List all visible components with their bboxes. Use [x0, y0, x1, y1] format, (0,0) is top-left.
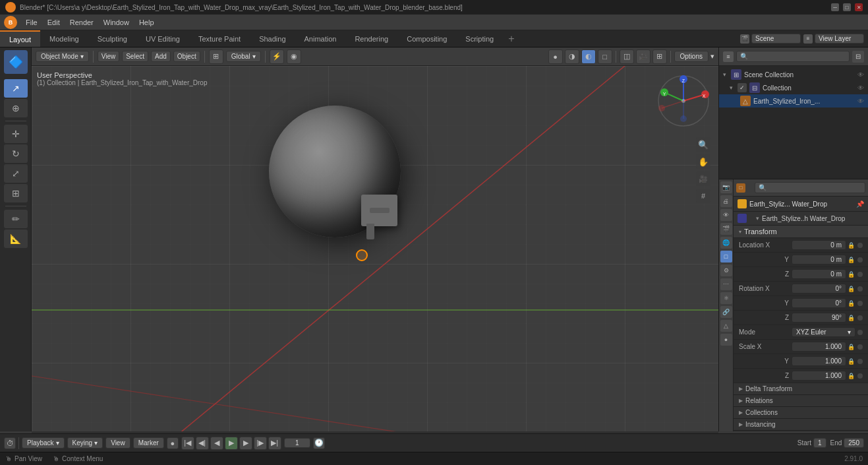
minimize-button[interactable]: ─ [831, 3, 839, 11]
viewport-pan-icon[interactable]: ✋ [696, 154, 710, 169]
snap-toggle[interactable]: ⚡ [270, 49, 284, 64]
view-menu[interactable]: View [98, 51, 120, 62]
scene-input[interactable] [751, 34, 801, 44]
location-x-dot[interactable] [857, 243, 863, 248]
select-menu[interactable]: Select [122, 51, 148, 62]
location-y-value[interactable]: 0 m [792, 255, 846, 264]
numpad-view[interactable]: ⊞ [652, 49, 667, 64]
delta-transform-section[interactable]: ▶ Delta Transform [734, 383, 868, 395]
xray-toggle[interactable]: ◫ [620, 49, 634, 64]
scale-y-dot[interactable] [857, 359, 863, 364]
playback-menu[interactable]: Playback ▾ [22, 437, 65, 449]
play-button[interactable]: ▶ [225, 437, 238, 450]
rotate-tool[interactable]: ↻ [4, 144, 28, 163]
tab-uvediting[interactable]: UV Editing [136, 30, 189, 47]
object-menu[interactable]: Object [173, 51, 200, 62]
rotation-z-dot[interactable] [857, 315, 863, 321]
tab-compositing[interactable]: Compositing [397, 30, 456, 47]
collections-section[interactable]: ▶ Collections [734, 407, 868, 419]
keyframe-dot[interactable]: ● [167, 437, 179, 449]
mode-dot[interactable] [857, 330, 863, 335]
props-material-icon[interactable]: ● [720, 334, 732, 346]
outliner-scene-collection[interactable]: ▾ ⊞ Scene Collection 👁 [719, 68, 868, 81]
viewport-shading-wireframe[interactable]: □ [598, 49, 612, 64]
props-modifier-icon[interactable]: ⚙ [720, 264, 732, 276]
transform-tool[interactable]: ⊞ [4, 184, 28, 202]
timeline-type-icon[interactable]: ⏱ [4, 437, 16, 449]
maximize-button[interactable]: □ [843, 3, 851, 11]
outliner-filter[interactable]: ⊟ [852, 51, 864, 63]
transform-orientation-icon[interactable]: ⊞ [209, 49, 223, 64]
viewport-shading-rendered[interactable]: ● [548, 49, 563, 64]
transform-section[interactable]: ▾ Transform [734, 226, 868, 238]
tab-layout[interactable]: Layout [0, 30, 40, 47]
start-value[interactable]: 1 [813, 438, 826, 448]
scale-z-dot[interactable] [857, 373, 863, 379]
camera-view[interactable]: 🎥 [636, 49, 651, 64]
scale-x-lock[interactable]: 🔒 [846, 344, 855, 350]
tab-rendering[interactable]: Rendering [345, 30, 397, 47]
instancing-section[interactable]: ▶ Instancing [734, 419, 868, 431]
current-frame[interactable]: 1 [284, 438, 310, 448]
mode-selector[interactable]: Object Mode ▾ [36, 51, 89, 62]
props-object-icon[interactable]: □ [720, 251, 732, 263]
scale-tool[interactable]: ⤢ [4, 164, 28, 183]
viewport-numpad-icon[interactable]: # [696, 189, 710, 203]
props-physics-icon[interactable]: ⚛ [720, 292, 732, 304]
viewport-camera-icon[interactable]: 🎥 [696, 171, 710, 186]
view-menu-timeline[interactable]: View [105, 437, 130, 449]
props-scene-icon[interactable]: 🎬 [720, 223, 732, 235]
transform-orientation[interactable]: Global ▾ [226, 51, 261, 62]
tab-texturepaint[interactable]: Texture Paint [189, 30, 250, 47]
rotation-y-lock[interactable]: 🔒 [846, 300, 855, 307]
next-frame-button[interactable]: ▶ [239, 437, 252, 450]
rotation-y-value[interactable]: 0° [792, 298, 846, 308]
close-button[interactable]: ✕ [855, 3, 863, 11]
jump-end-button[interactable]: ▶| [268, 437, 281, 450]
outliner-object[interactable]: △ Earth_Stylized_Iron_... 👁 [719, 94, 868, 108]
viewport-shading-material[interactable]: ◑ [565, 49, 579, 64]
props-data-icon[interactable]: △ [720, 320, 732, 332]
scene-collection-eye[interactable]: 👁 [857, 71, 864, 78]
tab-animation[interactable]: Animation [295, 30, 346, 47]
prev-keyframe-button[interactable]: ◀| [196, 437, 209, 450]
props-world-icon[interactable]: 🌐 [720, 237, 732, 249]
add-menu[interactable]: Add [151, 51, 171, 62]
props-constraints-icon[interactable]: 🔗 [720, 306, 732, 318]
menu-edit[interactable]: Edit [43, 17, 65, 28]
tab-sculpting[interactable]: Sculpting [88, 30, 136, 47]
jump-start-button[interactable]: |◀ [181, 437, 194, 450]
prev-frame-button[interactable]: ◀ [210, 437, 223, 450]
measure-tool[interactable]: 📐 [4, 230, 28, 248]
props-view-icon[interactable]: 👁 [720, 209, 732, 221]
tab-add-button[interactable]: + [503, 30, 519, 47]
rotation-mode-select[interactable]: XYZ Euler ▾ [792, 327, 855, 337]
viewlayer-input[interactable] [815, 34, 864, 44]
location-x-lock[interactable]: 🔒 [846, 242, 855, 249]
end-value[interactable]: 250 [844, 438, 864, 448]
menu-render[interactable]: Render [65, 17, 98, 28]
viewport-zoom-icon[interactable]: 🔍 [696, 137, 710, 152]
scale-x-value[interactable]: 1.000 [792, 342, 846, 352]
location-z-dot[interactable] [857, 272, 863, 277]
rotation-z-lock[interactable]: 🔒 [846, 315, 855, 321]
location-y-dot[interactable] [857, 257, 863, 263]
location-z-value[interactable]: 0 m [792, 269, 846, 279]
menu-window[interactable]: Window [99, 17, 134, 28]
location-y-lock[interactable]: 🔒 [846, 257, 855, 263]
menu-file[interactable]: File [21, 17, 42, 28]
cursor-tool[interactable]: ⊕ [4, 99, 28, 117]
rotation-x-dot[interactable] [857, 286, 863, 292]
tab-scripting[interactable]: Scripting [456, 30, 503, 47]
properties-search[interactable] [755, 182, 865, 193]
scale-y-lock[interactable]: 🔒 [846, 358, 855, 365]
options-button[interactable]: Options [674, 51, 709, 62]
tab-modeling[interactable]: Modeling [40, 30, 88, 47]
scale-y-value[interactable]: 1.000 [792, 356, 846, 366]
annotate-tool[interactable]: ✏ [4, 210, 28, 228]
scale-z-lock[interactable]: 🔒 [846, 373, 855, 379]
data-expand[interactable]: ▾ [756, 215, 759, 222]
relations-section[interactable]: ▶ Relations [734, 395, 868, 407]
props-particles-icon[interactable]: ⋯ [720, 278, 732, 290]
rotation-z-value[interactable]: 90° [792, 313, 846, 323]
